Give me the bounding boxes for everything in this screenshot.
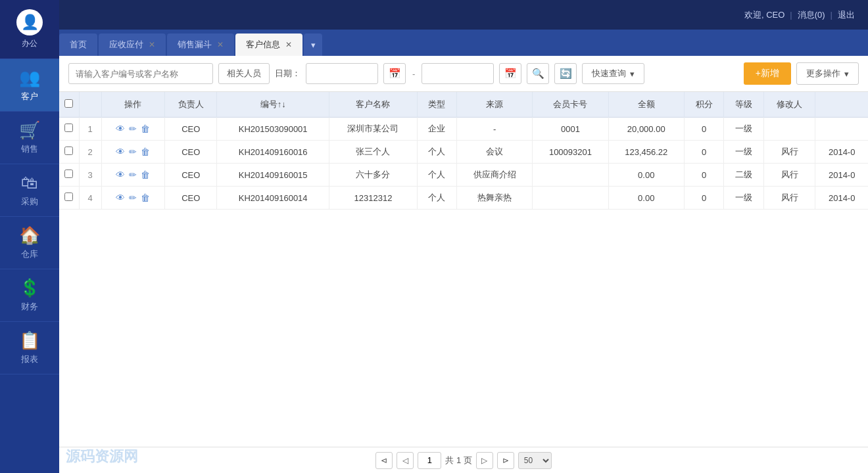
row-num-2: 3 (79, 164, 101, 187)
row-modify-date-1: 2014-0 (815, 141, 868, 164)
next-page-btn[interactable]: ▷ (476, 452, 493, 469)
row-owner-3: CEO (165, 187, 217, 210)
sidebar-logo: 👤 办公 (0, 0, 59, 59)
toolbar-right: +新增 更多操作 ▾ (744, 62, 859, 85)
search-button[interactable]: 🔍 (527, 63, 549, 84)
sep1: | (790, 10, 792, 20)
date-to-picker[interactable]: 📅 (499, 63, 521, 84)
col-type: 类型 (417, 92, 456, 118)
pagination: ⊲ ◁ 共 1 页 ▷ ⊳ 50 100 200 (59, 447, 868, 473)
row-type-3: 个人 (417, 187, 456, 210)
table-header-row: 操作 负责人 编号↑↓ 客户名称 类型 来源 会员卡号 全额 积分 等级 修改人 (59, 92, 868, 118)
delete-icon-2[interactable]: 🗑 (141, 169, 150, 180)
sidebar-item-report[interactable]: 📋 报表 (0, 322, 59, 374)
more-ops-button[interactable]: 更多操作 ▾ (796, 62, 859, 85)
date-to-input[interactable] (422, 63, 494, 84)
quick-query-btn[interactable]: 快速查询 ▾ (582, 63, 644, 84)
view-icon-0[interactable]: 👁 (116, 124, 125, 134)
col-owner: 负责人 (165, 92, 217, 118)
sidebar-item-customer[interactable]: 👥 客户 (0, 59, 59, 112)
col-num (79, 92, 101, 118)
date-from-picker[interactable]: 📅 (383, 63, 406, 84)
warehouse-icon: 🏠 (19, 225, 40, 246)
row-checkbox-cell (59, 187, 79, 210)
sidebar-item-purchase[interactable]: 🛍 采购 (0, 164, 59, 217)
tab-receivable[interactable]: 应收应付 ✕ (99, 34, 166, 56)
table-row: 1 👁 ✏ 🗑 CEO KH201503090001 深圳市某公司 企业 - 0… (59, 118, 868, 141)
col-modifier: 修改人 (763, 92, 815, 118)
related-person-btn[interactable]: 相关人员 (218, 63, 270, 84)
view-icon-2[interactable]: 👁 (116, 169, 125, 180)
edit-icon-1[interactable]: ✏ (129, 146, 137, 157)
delete-icon-0[interactable]: 🗑 (141, 124, 150, 134)
sidebar-warehouse-label: 仓库 (21, 248, 38, 260)
row-code-1: KH201409160016 (217, 141, 329, 164)
delete-icon-1[interactable]: 🗑 (141, 146, 150, 157)
tab-receivable-close[interactable]: ✕ (149, 40, 155, 49)
row-checkbox-cell (59, 118, 79, 141)
tab-sales-funnel[interactable]: 销售漏斗 ✕ (167, 34, 234, 56)
row-modifier-3: 风行 (763, 187, 815, 210)
row-modify-date-0 (815, 118, 868, 141)
row-member-card-2 (533, 164, 608, 187)
quick-query-arrow: ▾ (630, 69, 635, 79)
row-modifier-1: 风行 (763, 141, 815, 164)
row-checkbox-3[interactable] (64, 192, 73, 201)
row-num-3: 4 (79, 187, 101, 210)
table-row: 4 👁 ✏ 🗑 CEO KH201409160014 12312312 个人 热… (59, 187, 868, 210)
last-page-btn[interactable]: ⊳ (497, 452, 514, 469)
report-icon: 📋 (19, 330, 40, 351)
date-from-input[interactable] (306, 63, 378, 84)
prev-page-btn[interactable]: ◁ (397, 452, 414, 469)
sidebar-customer-label: 客户 (21, 91, 38, 102)
row-source-0: - (457, 118, 533, 141)
row-owner-0: CEO (165, 118, 217, 141)
tab-home[interactable]: 首页 (59, 34, 97, 56)
row-checkbox-0[interactable] (64, 124, 73, 132)
row-type-2: 个人 (417, 164, 456, 187)
row-checkbox-2[interactable] (64, 169, 73, 178)
table-row: 2 👁 ✏ 🗑 CEO KH201409160016 张三个人 个人 会议 10… (59, 141, 868, 164)
new-button[interactable]: +新增 (744, 62, 791, 85)
search-input[interactable] (68, 63, 213, 84)
sidebar-item-warehouse[interactable]: 🏠 仓库 (0, 217, 59, 269)
tab-sales-funnel-close[interactable]: ✕ (217, 40, 224, 49)
row-level-3: 一级 (724, 187, 763, 210)
table-row: 3 👁 ✏ 🗑 CEO KH201409160015 六十多分 个人 供应商介绍… (59, 164, 868, 187)
tab-more-btn[interactable]: ▾ (304, 34, 322, 56)
sidebar-item-sales[interactable]: 🛒 销售 (0, 112, 59, 164)
row-source-2: 供应商介绍 (457, 164, 533, 187)
row-checkbox-cell (59, 164, 79, 187)
page-size-select[interactable]: 50 100 200 (518, 452, 552, 469)
select-all-checkbox[interactable] (64, 99, 73, 108)
edit-icon-3[interactable]: ✏ (129, 192, 137, 203)
row-points-0: 0 (684, 118, 723, 141)
messages-link[interactable]: 消息(0) (798, 9, 825, 21)
finance-icon: 💲 (19, 278, 40, 298)
row-name-3: 12312312 (329, 187, 417, 210)
sidebar-report-label: 报表 (21, 353, 38, 365)
tab-customer-info[interactable]: 客户信息 ✕ (235, 34, 302, 56)
edit-icon-2[interactable]: ✏ (129, 169, 137, 180)
first-page-btn[interactable]: ⊲ (375, 452, 393, 469)
logout-link[interactable]: 退出 (838, 9, 855, 21)
col-name: 客户名称 (329, 92, 417, 118)
date-separator: - (411, 69, 416, 79)
row-source-1: 会议 (457, 141, 533, 164)
row-member-card-0: 0001 (533, 118, 608, 141)
view-icon-3[interactable]: 👁 (116, 192, 125, 203)
tab-customer-info-close[interactable]: ✕ (285, 40, 292, 49)
row-actions-0: 👁 ✏ 🗑 (101, 118, 165, 141)
delete-icon-3[interactable]: 🗑 (141, 192, 150, 203)
row-amount-0: 20,000.00 (608, 118, 684, 141)
row-checkbox-1[interactable] (64, 146, 73, 155)
view-icon-1[interactable]: 👁 (116, 146, 125, 157)
page-number-input[interactable] (418, 452, 441, 469)
total-pages: 共 1 页 (445, 455, 471, 466)
more-ops-arrow: ▾ (844, 69, 849, 79)
col-level: 等级 (724, 92, 763, 118)
sidebar-item-finance[interactable]: 💲 财务 (0, 269, 59, 322)
edit-icon-0[interactable]: ✏ (129, 124, 137, 134)
refresh-button[interactable]: 🔄 (554, 63, 577, 84)
more-ops-label: 更多操作 (806, 68, 840, 79)
